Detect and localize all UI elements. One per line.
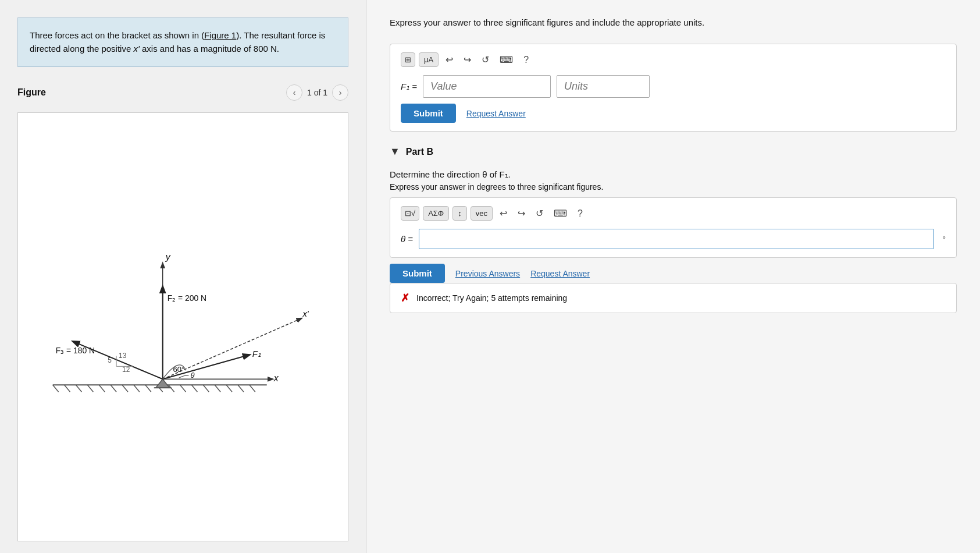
svg-text:x: x bbox=[273, 373, 279, 383]
undo-btn-b[interactable]: ↩ bbox=[496, 207, 511, 220]
figure-canvas: y x x' F₂ = 200 N F₃ = 180 N 5 12 13 bbox=[17, 112, 348, 542]
f1-label: F₁ = bbox=[401, 81, 417, 92]
part-b-content: Determine the direction θ of F₁. Express… bbox=[390, 169, 957, 313]
instructions-text-a: Express your answer to three significant… bbox=[390, 17, 957, 27]
svg-text:5: 5 bbox=[108, 356, 112, 364]
request-answer-btn-b[interactable]: Request Answer bbox=[530, 269, 590, 278]
svg-text:x': x' bbox=[302, 308, 309, 318]
figure-label: Figure bbox=[17, 87, 46, 98]
undo-btn-a[interactable]: ↩ bbox=[442, 53, 457, 66]
previous-answers-btn[interactable]: Previous Answers bbox=[455, 269, 520, 278]
redo-btn-a[interactable]: ↪ bbox=[460, 53, 475, 66]
toolbar-a: ⊞ μA ↩ ↪ ↺ ⌨ ? bbox=[401, 52, 946, 67]
error-x-icon: ✗ bbox=[401, 292, 409, 304]
right-panel: Express your answer to three significant… bbox=[366, 0, 980, 553]
theta-input[interactable] bbox=[419, 229, 934, 249]
help-btn-b[interactable]: ? bbox=[574, 207, 586, 220]
toolbar-b: ⊡√ ΑΣΦ ↕ vec ↩ ↪ ↺ ⌨ ? bbox=[401, 206, 946, 221]
keyboard-btn-a[interactable]: ⌨ bbox=[496, 53, 516, 66]
part-b-description: Determine the direction θ of F₁. bbox=[390, 169, 957, 180]
figure-page: 1 of 1 bbox=[307, 88, 327, 97]
theta-input-row: θ = ° bbox=[401, 229, 946, 249]
refresh-btn-b[interactable]: ↺ bbox=[532, 207, 547, 220]
refresh-btn-a[interactable]: ↺ bbox=[478, 53, 493, 66]
problem-text: Three forces act on the bracket as shown… bbox=[30, 30, 325, 54]
svg-text:13: 13 bbox=[119, 352, 127, 360]
part-b-label: Part B bbox=[406, 147, 433, 157]
aso-label-b: ΑΣΦ bbox=[428, 209, 444, 218]
theta-label: θ = bbox=[401, 234, 413, 244]
svg-text:F₂ = 200 N: F₂ = 200 N bbox=[168, 293, 206, 302]
instructions-part-a: Express your answer to three significant… bbox=[390, 17, 957, 32]
redo-btn-b[interactable]: ↪ bbox=[514, 207, 529, 220]
f1-input-row: F₁ = bbox=[401, 75, 946, 98]
mu-label-a: μA bbox=[424, 55, 433, 64]
vec-btn-b[interactable]: vec bbox=[471, 206, 493, 221]
answer-box-a: ⊞ μA ↩ ↪ ↺ ⌨ ? F₁ = Submit Request Answe… bbox=[390, 44, 957, 132]
error-message: Incorrect; Try Again; 5 attempts remaini… bbox=[416, 293, 567, 303]
svg-text:θ: θ bbox=[190, 371, 194, 380]
figure-link[interactable]: Figure 1 bbox=[204, 30, 236, 40]
svg-rect-0 bbox=[18, 217, 348, 437]
submit-btn-a[interactable]: Submit bbox=[401, 104, 456, 123]
action-row-a: Submit Request Answer bbox=[401, 104, 946, 123]
degree-symbol: ° bbox=[942, 235, 946, 244]
help-btn-a[interactable]: ? bbox=[520, 54, 532, 66]
aso-btn-b[interactable]: ΑΣΦ bbox=[423, 206, 449, 221]
vec-label-b: vec bbox=[476, 209, 487, 218]
layout-icon-btn-a[interactable]: ⊞ bbox=[401, 52, 415, 67]
mu-btn-a[interactable]: μA bbox=[419, 52, 439, 67]
part-b-toggle[interactable]: ▼ bbox=[390, 146, 400, 158]
svg-text:F₁: F₁ bbox=[252, 349, 261, 359]
figure-next-button[interactable]: › bbox=[332, 84, 348, 101]
value-input[interactable] bbox=[423, 75, 551, 98]
part-b-subtext: Express your answer in degrees to three … bbox=[390, 182, 957, 192]
svg-text:F₃ = 180 N: F₃ = 180 N bbox=[56, 345, 95, 355]
left-panel: Three forces act on the bracket as shown… bbox=[0, 0, 366, 553]
units-input[interactable] bbox=[557, 75, 650, 98]
error-box: ✗ Incorrect; Try Again; 5 attempts remai… bbox=[390, 283, 957, 313]
problem-text-box: Three forces act on the bracket as shown… bbox=[17, 17, 348, 67]
part-b-header: ▼ Part B bbox=[390, 146, 957, 158]
svg-text:y: y bbox=[165, 252, 171, 262]
matrix-icon-btn-b[interactable]: ⊡√ bbox=[401, 206, 419, 221]
figure-prev-button[interactable]: ‹ bbox=[286, 84, 302, 101]
figure-svg: y x x' F₂ = 200 N F₃ = 180 N 5 12 13 bbox=[18, 113, 348, 541]
svg-text:12: 12 bbox=[122, 366, 130, 374]
request-answer-btn-a[interactable]: Request Answer bbox=[466, 109, 526, 118]
figure-nav: ‹ 1 of 1 › bbox=[286, 84, 348, 101]
keyboard-btn-b[interactable]: ⌨ bbox=[550, 207, 571, 220]
answer-box-b: ⊡√ ΑΣΦ ↕ vec ↩ ↪ ↺ ⌨ ? θ = ° bbox=[390, 197, 957, 258]
arrows-btn-b[interactable]: ↕ bbox=[452, 206, 467, 221]
figure-header: Figure ‹ 1 of 1 › bbox=[17, 84, 348, 101]
action-row-b: Submit Previous Answers Request Answer bbox=[390, 264, 957, 283]
submit-btn-b[interactable]: Submit bbox=[390, 264, 445, 283]
